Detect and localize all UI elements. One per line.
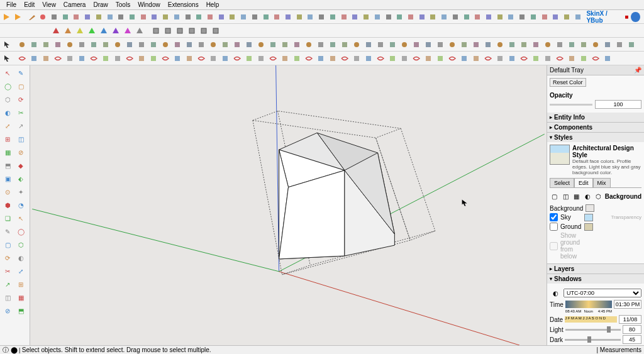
left-tool-28[interactable]: ⟳ <box>1 252 14 264</box>
left-tool-12[interactable]: ▦ <box>1 146 14 158</box>
menu-help[interactable]: Help <box>203 1 223 9</box>
left-tool-2[interactable]: ◯ <box>1 80 14 92</box>
toolbar1-btn-13[interactable] <box>194 11 204 23</box>
pencil-icon[interactable] <box>26 11 37 23</box>
toolbar1-btn-19[interactable] <box>260 11 271 23</box>
toolbar3-btn-19[interactable] <box>243 39 255 50</box>
left-tool-21[interactable]: ◔ <box>14 199 27 211</box>
toolbar4-btn-20[interactable] <box>255 53 267 64</box>
toolbar3-btn-41[interactable] <box>506 39 518 50</box>
toolbar2a-btn-4[interactable] <box>98 25 109 36</box>
toolbar3-btn-43[interactable] <box>530 39 541 50</box>
left-tool-22[interactable]: ❏ <box>1 212 14 224</box>
toolbar3-btn-24[interactable] <box>303 39 314 50</box>
toolbar4-btn-30[interactable] <box>375 53 386 64</box>
toolbar3-btn-47[interactable] <box>578 39 589 50</box>
tab-select[interactable]: Select <box>550 178 574 187</box>
toolbar4-btn-33[interactable] <box>411 53 422 64</box>
toolbar4-btn-12[interactable] <box>160 53 171 64</box>
toolbar1-btn-3[interactable] <box>82 11 93 23</box>
toolbar3-btn-42[interactable] <box>518 39 530 50</box>
toolbar2a-btn-3[interactable] <box>86 25 97 36</box>
left-tool-10[interactable]: ⊞ <box>1 133 14 145</box>
toolbar1-btn-46[interactable] <box>562 11 572 23</box>
menu-extensions[interactable]: Extensions <box>164 1 203 9</box>
toolbar3-btn-20[interactable] <box>255 39 267 50</box>
toolbar3-btn-22[interactable] <box>279 39 291 50</box>
left-tool-35[interactable]: ▦ <box>14 291 27 304</box>
toolbar4-btn-27[interactable] <box>339 53 350 64</box>
section-shadows[interactable]: Shadows <box>547 274 644 284</box>
left-tool-33[interactable]: ⊞ <box>14 278 27 290</box>
style-model-icon[interactable]: ⬡ <box>594 191 604 202</box>
left-tool-4[interactable]: ⬡ <box>1 93 14 106</box>
toolbar3-btn-17[interactable] <box>219 39 231 50</box>
menu-draw[interactable]: Draw <box>89 1 111 9</box>
toolbar4-btn-13[interactable] <box>172 53 183 64</box>
style-thumbnail[interactable] <box>550 145 570 165</box>
toolbar3-btn-14[interactable] <box>184 39 195 50</box>
select-arrow-icon[interactable] <box>1 39 13 50</box>
toolbar2b-btn-2[interactable] <box>174 25 186 36</box>
toolbar1-btn-24[interactable] <box>316 11 327 23</box>
toolbar2a-btn-2[interactable] <box>74 25 86 36</box>
toolbar1-btn-29[interactable] <box>372 11 382 23</box>
toolbar2a-btn-7[interactable] <box>134 25 145 36</box>
toolbar3-btn-10[interactable] <box>136 39 147 50</box>
date-slider[interactable]: J F M A M J J A S O N D <box>565 316 617 323</box>
toolbar4-btn-17[interactable] <box>219 53 231 64</box>
toolbar1-btn-9[interactable] <box>149 11 160 23</box>
toolbar4-btn-7[interactable] <box>100 53 111 64</box>
toolbar3-btn-30[interactable] <box>375 39 386 50</box>
toolbar4-btn-43[interactable] <box>530 53 541 64</box>
toolbar4-btn-4[interactable] <box>64 53 75 64</box>
toolbar4-btn-35[interactable] <box>435 53 446 64</box>
toolbar1-btn-37[interactable] <box>461 11 472 23</box>
toolbar4-btn-45[interactable] <box>554 53 565 64</box>
left-tool-5[interactable]: ⟳ <box>14 93 27 106</box>
toolbar3-btn-32[interactable] <box>399 39 410 50</box>
left-tool-26[interactable]: ▢ <box>1 238 14 251</box>
toolbar2b-btn-5[interactable] <box>210 25 221 36</box>
toolbar3-btn-36[interactable] <box>447 39 458 50</box>
left-tool-9[interactable]: ↗ <box>14 119 27 132</box>
toolbar3-btn-38[interactable] <box>470 39 482 50</box>
left-tool-11[interactable]: ◫ <box>14 133 27 145</box>
left-tool-3[interactable]: ▢ <box>14 80 27 92</box>
toolbar4-btn-36[interactable] <box>447 53 458 64</box>
toolbar3-btn-0[interactable] <box>16 39 28 50</box>
opacity-slider[interactable] <box>550 104 592 106</box>
left-tool-6[interactable]: ◐ <box>1 106 14 119</box>
toolbar1-btn-4[interactable] <box>93 11 104 23</box>
left-tool-15[interactable]: ◆ <box>14 159 27 172</box>
toolbar3-btn-39[interactable] <box>482 39 494 50</box>
toolbar4-btn-38[interactable] <box>470 53 482 64</box>
light-slider[interactable] <box>565 329 621 331</box>
toolbar3-btn-34[interactable] <box>423 39 434 50</box>
toolbar4-btn-1[interactable] <box>28 53 40 64</box>
toolbar4-btn-23[interactable] <box>291 53 303 64</box>
toolbar3-btn-25[interactable] <box>315 39 326 50</box>
toolbar3-btn-9[interactable] <box>124 39 135 50</box>
toolbar4-btn-26[interactable] <box>327 53 338 64</box>
toolbar3-btn-13[interactable] <box>172 39 183 50</box>
sky-swatch[interactable] <box>584 214 593 221</box>
toolbar1-btn-1[interactable] <box>60 11 70 23</box>
toolbar1-btn-20[interactable] <box>272 11 282 23</box>
left-tool-24[interactable]: ✎ <box>1 225 14 238</box>
toolbar3-btn-7[interactable] <box>100 39 111 50</box>
toolbar4-btn-32[interactable] <box>399 53 410 64</box>
toolbar3-btn-21[interactable] <box>267 39 279 50</box>
left-tool-37[interactable]: ⬒ <box>14 304 27 317</box>
toolbar2b-btn-1[interactable] <box>162 25 174 36</box>
toolbar4-btn-16[interactable] <box>208 53 219 64</box>
toolbar3-btn-46[interactable] <box>566 39 577 50</box>
toolbar1-btn-17[interactable] <box>238 11 249 23</box>
toolbar2a-btn-0[interactable] <box>50 25 62 36</box>
toolbar4-btn-31[interactable] <box>387 53 398 64</box>
house-model[interactable] <box>279 133 395 259</box>
toolbar4-btn-48[interactable] <box>590 53 601 64</box>
toolbar4-btn-42[interactable] <box>518 53 530 64</box>
toolbar1-btn-14[interactable] <box>205 11 216 23</box>
left-tool-36[interactable]: ⊘ <box>1 304 14 317</box>
